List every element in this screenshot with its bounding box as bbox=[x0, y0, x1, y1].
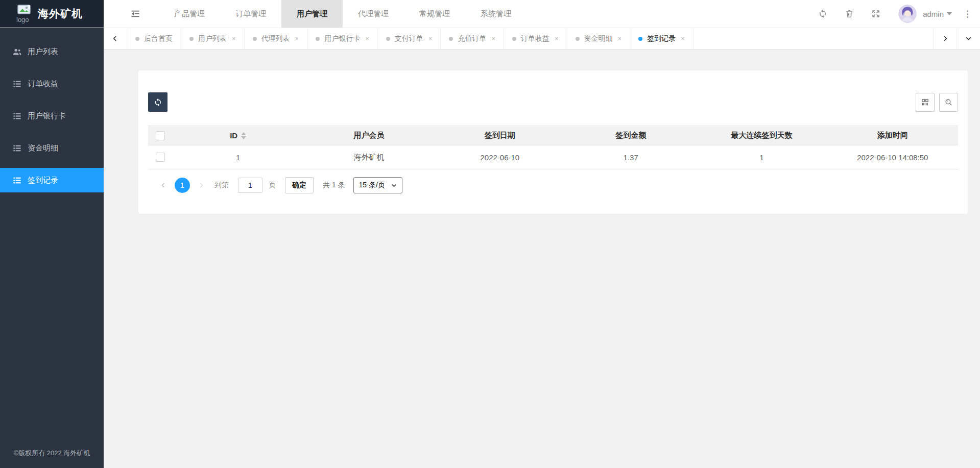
username[interactable]: admin bbox=[923, 10, 944, 18]
refresh-icon[interactable] bbox=[818, 9, 828, 19]
tab-close-icon[interactable] bbox=[232, 35, 236, 42]
cell-date: 2022-06-10 bbox=[435, 145, 565, 169]
tab-close-icon[interactable] bbox=[295, 35, 299, 42]
table-refresh-button[interactable] bbox=[148, 92, 168, 112]
user-dropdown-caret-icon[interactable] bbox=[947, 12, 952, 15]
columns-icon bbox=[921, 98, 929, 107]
more-menu-icon[interactable] bbox=[963, 10, 972, 18]
total-count: 共 1 条 bbox=[323, 181, 345, 190]
nav-item-general[interactable]: 常规管理 bbox=[404, 0, 465, 28]
tabs-menu-chevron-down-icon[interactable] bbox=[957, 28, 980, 49]
tab-close-icon[interactable] bbox=[555, 35, 559, 42]
avatar[interactable] bbox=[898, 5, 917, 23]
confirm-page-button[interactable]: 确定 bbox=[285, 177, 314, 193]
table-row[interactable]: 1 海外矿机 2022-06-10 1.37 1 2022-06-10 14:0… bbox=[148, 145, 958, 169]
cell-amount: 1.37 bbox=[565, 145, 696, 169]
fullscreen-icon[interactable] bbox=[871, 9, 881, 19]
pagination: 1 到第 页 确定 共 1 条 15 条/页 bbox=[148, 177, 958, 193]
tabs-scroll-left-icon[interactable] bbox=[104, 28, 127, 49]
tab-order-earnings[interactable]: 订单收益 bbox=[504, 28, 567, 49]
cell-max-days: 1 bbox=[696, 145, 827, 169]
tab-dot-icon bbox=[189, 37, 194, 41]
goto-page-input[interactable] bbox=[238, 178, 262, 193]
sort-icon[interactable] bbox=[241, 132, 246, 139]
header-actions: admin bbox=[809, 0, 980, 28]
tab-label: 签到记录 bbox=[647, 34, 676, 43]
list-icon bbox=[12, 79, 22, 89]
tab-label: 支付订单 bbox=[395, 34, 423, 43]
tab-label: 订单收益 bbox=[521, 34, 549, 43]
broken-image-icon bbox=[17, 5, 31, 15]
prev-page-icon[interactable] bbox=[159, 182, 168, 188]
nav-item-user[interactable]: 用户管理 bbox=[281, 0, 343, 28]
list-icon bbox=[12, 176, 22, 185]
tab-user-bankcard[interactable]: 用户银行卡 bbox=[307, 28, 378, 49]
tab-home[interactable]: 后台首页 bbox=[127, 28, 181, 49]
broken-logo-image: logo bbox=[16, 5, 31, 23]
sidebar: 用户列表 订单收益 用户银行卡 资金明细 bbox=[0, 28, 104, 468]
page-size-select[interactable]: 15 条/页 bbox=[353, 177, 402, 193]
list-icon bbox=[12, 111, 22, 121]
columns-filter-button[interactable] bbox=[916, 93, 935, 112]
tab-recharge-orders[interactable]: 充值订单 bbox=[441, 28, 504, 49]
checkin-records-card: ID 用户会员 签到日期 签到金额 最大连续签到天数 添加时间 bbox=[138, 70, 968, 214]
nav-item-agent[interactable]: 代理管理 bbox=[343, 0, 404, 28]
list-icon bbox=[12, 143, 22, 153]
row-checkbox-cell bbox=[148, 145, 173, 169]
tab-close-icon[interactable] bbox=[681, 35, 685, 42]
page-size-value: 15 条/页 bbox=[359, 181, 385, 190]
nav-item-label: 产品管理 bbox=[174, 9, 205, 19]
goto-page-prefix: 到第 bbox=[214, 181, 229, 190]
sidebar-item-user-bankcard[interactable]: 用户银行卡 bbox=[0, 104, 104, 128]
nav-item-system[interactable]: 系统管理 bbox=[465, 0, 527, 28]
tab-agent-list[interactable]: 代理列表 bbox=[245, 28, 308, 49]
column-header-date: 签到日期 bbox=[435, 126, 565, 145]
tab-payment-orders[interactable]: 支付订单 bbox=[378, 28, 441, 49]
sidebar-collapse-icon[interactable] bbox=[130, 8, 141, 19]
tab-dot-icon bbox=[449, 37, 453, 41]
sidebar-item-order-earnings[interactable]: 订单收益 bbox=[0, 71, 104, 96]
sidebar-item-fund-detail[interactable]: 资金明细 bbox=[0, 136, 104, 160]
tab-close-icon[interactable] bbox=[618, 35, 622, 42]
table-toolbar bbox=[148, 92, 958, 112]
app-title: 海外矿机 bbox=[38, 7, 83, 21]
content-column: 后台首页 用户列表 代理列表 用户银行卡 bbox=[104, 28, 980, 468]
search-icon bbox=[944, 98, 953, 107]
top-nav: 产品管理 订单管理 用户管理 代理管理 常规管理 系统管理 bbox=[104, 0, 809, 28]
logo-alt-text: logo bbox=[16, 16, 29, 23]
nav-item-order[interactable]: 订单管理 bbox=[220, 0, 281, 28]
sidebar-item-user-list[interactable]: 用户列表 bbox=[0, 39, 104, 64]
tab-fund-detail[interactable]: 资金明细 bbox=[567, 28, 631, 49]
tab-checkin-records[interactable]: 签到记录 bbox=[630, 28, 694, 49]
tabs-scroll-right-icon[interactable] bbox=[933, 28, 957, 49]
tab-user-list[interactable]: 用户列表 bbox=[181, 28, 245, 49]
app-window: logo 海外矿机 产品管理 订单管理 用户管理 代理管理 常规管理 系统管理 bbox=[0, 0, 980, 468]
checkin-table: ID 用户会员 签到日期 签到金额 最大连续签到天数 添加时间 bbox=[148, 126, 958, 169]
refresh-icon bbox=[154, 98, 162, 107]
tab-close-icon[interactable] bbox=[428, 35, 433, 42]
page-number-button[interactable]: 1 bbox=[175, 178, 190, 193]
tab-label: 用户列表 bbox=[198, 34, 227, 43]
tab-dot-icon bbox=[316, 37, 320, 41]
nav-item-product[interactable]: 产品管理 bbox=[159, 0, 220, 28]
trash-icon[interactable] bbox=[844, 9, 854, 19]
column-header-added-time: 添加时间 bbox=[827, 126, 958, 145]
next-page-icon[interactable] bbox=[197, 182, 205, 188]
header: logo 海外矿机 产品管理 订单管理 用户管理 代理管理 常规管理 系统管理 bbox=[0, 0, 980, 28]
search-toggle-button[interactable] bbox=[939, 93, 958, 112]
main-area: ID 用户会员 签到日期 签到金额 最大连续签到天数 添加时间 bbox=[104, 50, 980, 468]
sidebar-item-label: 资金明细 bbox=[28, 143, 58, 153]
select-all-checkbox[interactable] bbox=[156, 131, 165, 140]
row-checkbox[interactable] bbox=[156, 153, 165, 162]
sidebar-item-checkin-records[interactable]: 签到记录 bbox=[0, 168, 104, 192]
tab-label: 资金明细 bbox=[584, 34, 613, 43]
column-header-label: ID bbox=[230, 131, 237, 140]
tab-label: 充值订单 bbox=[458, 34, 486, 43]
column-header-id[interactable]: ID bbox=[173, 126, 303, 145]
nav-item-label: 常规管理 bbox=[419, 9, 450, 19]
nav-item-label: 系统管理 bbox=[481, 9, 511, 19]
tab-close-icon[interactable] bbox=[491, 35, 495, 42]
tab-close-icon[interactable] bbox=[365, 35, 369, 42]
sidebar-item-label: 用户银行卡 bbox=[28, 111, 66, 121]
tab-dot-icon bbox=[512, 37, 516, 41]
